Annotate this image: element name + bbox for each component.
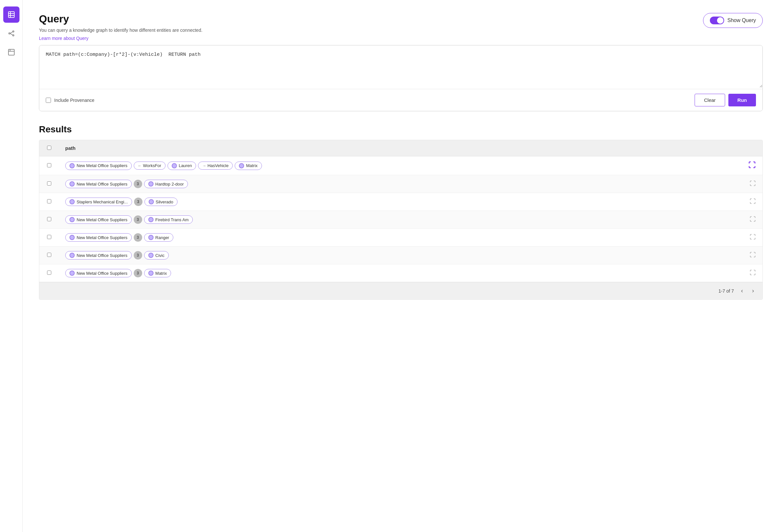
entity-dot-icon [172,163,177,169]
sidebar-icon-graph[interactable] [3,25,19,42]
row-checkbox-cell [39,229,59,247]
row-path-cell: New Metal Office Suppliers3Ranger [59,229,763,247]
query-title-block: Query You can query a knowledge graph to… [39,13,202,41]
entity-dot-icon [148,271,154,276]
expand-icon[interactable] [750,180,756,188]
entity-label: Firebird Trans Am [156,217,189,222]
entity-pill[interactable]: Civic [144,251,169,260]
include-provenance-checkbox[interactable] [46,97,51,103]
entity-pill[interactable]: Silverado [144,198,178,206]
entity-pill[interactable]: Matrix [235,161,261,170]
table-row: New Metal Office Suppliers←WorksForLaure… [39,156,763,175]
expand-icon[interactable] [750,251,756,260]
run-button[interactable]: Run [728,94,756,107]
num-badge: 3 [134,180,142,188]
table-row: New Metal Office Suppliers3Firebird Tran… [39,211,763,229]
query-buttons: Clear Run [695,94,756,107]
entity-pill[interactable]: Matrix [144,269,171,277]
toggle-knob [717,17,723,24]
query-footer: Include Provenance Clear Run [39,89,763,111]
results-section: Results path New Metal Office Suppliers←… [39,124,763,300]
entity-label: New Metal Office Suppliers [77,217,128,222]
select-all-checkbox[interactable] [47,146,51,150]
path-cell: Staplers Mechanical Engi...3Silverado [65,198,756,206]
query-box: Include Provenance Clear Run [39,45,763,111]
learn-more-link[interactable]: Learn more about Query [39,36,88,41]
entity-pill[interactable]: New Metal Office Suppliers [65,180,132,188]
entity-pill[interactable]: New Metal Office Suppliers [65,269,132,277]
entity-dot-icon [69,253,75,258]
results-title: Results [39,124,763,135]
query-textarea[interactable] [39,46,763,87]
entity-pill[interactable]: New Metal Office Suppliers [65,251,132,260]
entity-dot-icon [148,253,154,258]
expand-icon[interactable] [750,234,756,242]
include-provenance-label[interactable]: Include Provenance [46,97,95,103]
row-checkbox[interactable] [47,235,51,239]
entity-pill[interactable]: Firebird Trans Am [144,215,193,224]
show-query-toggle[interactable]: Show Query [703,13,763,28]
row-checkbox[interactable] [47,163,51,168]
entity-label: New Metal Office Suppliers [77,163,128,168]
entity-dot-icon [69,235,75,240]
table-row: Staplers Mechanical Engi...3Silverado [39,193,763,211]
entity-pill[interactable]: Staplers Mechanical Engi... [65,198,132,206]
relation-arrow-icon: ← [138,163,142,168]
entity-pill[interactable]: New Metal Office Suppliers [65,161,132,170]
path-cell: New Metal Office Suppliers3Hardtop 2-doo… [65,180,756,188]
entity-pill[interactable]: Ranger [144,233,174,242]
relation-arrow-icon: → [202,163,206,168]
path-cell: New Metal Office Suppliers3Ranger [65,233,756,242]
provenance-label-text: Include Provenance [54,97,95,103]
table-row: New Metal Office Suppliers3Civic [39,247,763,264]
show-query-label: Show Query [727,17,756,23]
query-description: You can query a knowledge graph to ident… [39,27,202,33]
expand-icon[interactable] [750,216,756,224]
num-badge: 3 [134,251,142,260]
entity-dot-icon [69,181,75,187]
clear-button[interactable]: Clear [695,94,725,107]
results-table-wrapper: path New Metal Office Suppliers←WorksFor… [39,140,763,300]
pagination-next-button[interactable]: › [750,287,756,295]
row-checkbox[interactable] [47,217,51,221]
expand-icon[interactable] [750,269,756,277]
entity-pill[interactable]: Lauren [168,161,196,170]
results-tbody: New Metal Office Suppliers←WorksForLaure… [39,156,763,282]
entity-label: Civic [156,253,165,258]
row-checkbox-cell [39,193,59,211]
expand-icon[interactable] [750,198,756,206]
entity-label: Hardtop 2-door [156,182,184,187]
entity-label: Ranger [156,235,169,240]
entity-dot-icon [239,163,244,169]
row-checkbox[interactable] [47,181,51,186]
entity-pill[interactable]: Hardtop 2-door [144,180,188,188]
entity-pill[interactable]: New Metal Office Suppliers [65,215,132,224]
row-path-cell: Staplers Mechanical Engi...3Silverado [59,193,763,211]
table-row: New Metal Office Suppliers3Ranger [39,229,763,247]
table-header-checkbox-col [39,140,59,156]
svg-line-8 [10,34,13,35]
svg-point-5 [13,31,14,32]
entity-label: New Metal Office Suppliers [77,182,128,187]
row-path-cell: New Metal Office Suppliers3Matrix [59,264,763,282]
expand-icon-highlighted[interactable] [748,161,756,170]
num-badge: 3 [134,215,142,224]
row-path-cell: New Metal Office Suppliers3Civic [59,247,763,264]
table-header-row: path [39,140,763,156]
toggle-switch[interactable] [710,16,724,24]
row-checkbox[interactable] [47,253,51,257]
row-checkbox[interactable] [47,271,51,275]
entity-label: Matrix [246,163,257,168]
sidebar-icon-filter[interactable] [3,44,19,60]
sidebar-icon-table[interactable] [3,6,19,23]
num-badge: 3 [134,233,142,242]
pagination-prev-button[interactable]: ‹ [739,287,745,295]
num-badge: 3 [134,198,142,206]
svg-point-6 [13,35,14,36]
query-header: Query You can query a knowledge graph to… [39,13,763,41]
row-checkbox[interactable] [47,199,51,203]
entity-label: Staplers Mechanical Engi... [77,200,128,204]
num-badge: 3 [134,269,142,277]
entity-pill[interactable]: New Metal Office Suppliers [65,233,132,242]
row-checkbox-cell [39,211,59,229]
